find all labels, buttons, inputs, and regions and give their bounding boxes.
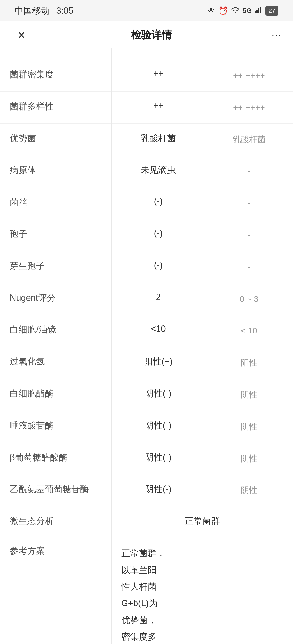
- cell-label: β葡萄糖醛酸酶: [0, 442, 111, 474]
- table-row: 菌群密集度 ++ ++-++++: [0, 60, 293, 92]
- svg-rect-2: [258, 8, 259, 14]
- table-row: 芽生孢子 (-) -: [0, 251, 293, 283]
- cell-value: 正常菌群: [111, 506, 293, 536]
- table-row-reference-scheme: 参考方案 正常菌群，以革兰阳性大杆菌G+b(L)为优势菌，密集度多为++~+++…: [0, 536, 293, 644]
- cell-label: 过氧化氢: [0, 347, 111, 379]
- svg-rect-1: [256, 10, 258, 14]
- svg-rect-3: [260, 7, 261, 14]
- cell-label: 白细胞/油镜: [0, 315, 111, 347]
- cell-label: 参考方案: [0, 536, 111, 644]
- cell-value: 乳酸杆菌: [111, 124, 205, 156]
- cell-reference: 阴性: [205, 378, 293, 410]
- cell-value: <10: [111, 315, 205, 347]
- table-row: β葡萄糖醛酸酶 阴性(-) 阴性: [0, 442, 293, 474]
- eye-icon: 👁: [207, 6, 215, 15]
- cell-reference: 阴性: [205, 442, 293, 474]
- cell-label: 优势菌: [0, 124, 111, 156]
- cell-reference: 阳性: [205, 347, 293, 379]
- page-title: 检验详情: [131, 28, 172, 42]
- table-row: 菌群多样性 ++ ++-++++: [0, 92, 293, 124]
- cell-label: Nugent评分: [0, 283, 111, 315]
- more-button[interactable]: ···: [272, 29, 281, 40]
- cell-label: 唾液酸苷酶: [0, 410, 111, 442]
- status-bar: 中国移动 3:05 👁 ⏰ 5G 27: [0, 0, 293, 22]
- wifi-icon: [231, 6, 240, 15]
- signal-icon: [255, 6, 262, 15]
- cell-reference: -: [205, 219, 293, 251]
- table-row: 病原体 未见滴虫 -: [0, 156, 293, 187]
- carrier-time: 中国移动 3:05: [15, 5, 73, 17]
- cell-value: [111, 48, 205, 60]
- cell-label: 菌群密集度: [0, 60, 111, 92]
- table-row: 微生态分析 正常菌群: [0, 506, 293, 536]
- 5g-icon: 5G: [243, 7, 252, 15]
- cell-value-multiline: 正常菌群，以革兰阳性大杆菌G+b(L)为优势菌，密集度多为++~++++，多样性…: [111, 536, 293, 644]
- results-table: 菌群密集度 ++ ++-++++ 菌群多样性 ++ ++-++++ 优势菌 乳酸…: [0, 48, 293, 644]
- cell-value: 未见滴虫: [111, 156, 205, 187]
- cell-reference: 0 ~ 3: [205, 283, 293, 315]
- cell-reference: 阴性: [205, 474, 293, 506]
- alarm-icon: ⏰: [218, 6, 228, 15]
- cell-value: 阳性(+): [111, 347, 205, 379]
- cell-label: 孢子: [0, 219, 111, 251]
- cell-value: ++: [111, 92, 205, 124]
- table-row: 菌丝 (-) -: [0, 187, 293, 219]
- cell-reference: -: [205, 187, 293, 219]
- cell-value: 阴性(-): [111, 442, 205, 474]
- cell-value: (-): [111, 187, 205, 219]
- cell-label: 乙酰氨基葡萄糖苷酶: [0, 474, 111, 506]
- cell-reference: -: [205, 156, 293, 187]
- cell-label: 白细胞酯酶: [0, 378, 111, 410]
- cell-label: 微生态分析: [0, 506, 111, 536]
- cell-label: [0, 48, 111, 60]
- status-icons: 👁 ⏰ 5G 27: [207, 6, 278, 16]
- cell-value: 阴性(-): [111, 378, 205, 410]
- table-row: 白细胞酯酶 阴性(-) 阴性: [0, 378, 293, 410]
- cell-reference: ++-++++: [205, 92, 293, 124]
- svg-rect-0: [255, 11, 256, 14]
- table-row-clipped: [0, 48, 293, 60]
- cell-value: 阴性(-): [111, 410, 205, 442]
- cell-label: 芽生孢子: [0, 251, 111, 283]
- cell-reference: < 10: [205, 315, 293, 347]
- table-row: 唾液酸苷酶 阴性(-) 阴性: [0, 410, 293, 442]
- table-row: 过氧化氢 阳性(+) 阳性: [0, 347, 293, 379]
- cell-value: 2: [111, 283, 205, 315]
- cell-value: (-): [111, 219, 205, 251]
- cell-value: 阴性(-): [111, 474, 205, 506]
- cell-reference: 阴性: [205, 410, 293, 442]
- table-row: 优势菌 乳酸杆菌 乳酸杆菌: [0, 124, 293, 156]
- battery-indicator: 27: [265, 6, 278, 16]
- carrier: 中国移动: [15, 6, 50, 16]
- table-row: Nugent评分 2 0 ~ 3: [0, 283, 293, 315]
- table-row: 乙酰氨基葡萄糖苷酶 阴性(-) 阴性: [0, 474, 293, 506]
- content-area: 菌群密集度 ++ ++-++++ 菌群多样性 ++ ++-++++ 优势菌 乳酸…: [0, 48, 293, 644]
- svg-rect-4: [261, 7, 262, 14]
- table-row: 白细胞/油镜 <10 < 10: [0, 315, 293, 347]
- cell-reference: 乳酸杆菌: [205, 124, 293, 156]
- nav-bar: × 检验详情 ···: [0, 22, 293, 48]
- time: 3:05: [56, 6, 73, 16]
- cell-reference: [205, 48, 293, 60]
- table-row: 孢子 (-) -: [0, 219, 293, 251]
- cell-label: 菌丝: [0, 187, 111, 219]
- cell-label: 病原体: [0, 156, 111, 187]
- close-button[interactable]: ×: [12, 28, 31, 42]
- cell-label: 菌群多样性: [0, 92, 111, 124]
- cell-reference: -: [205, 251, 293, 283]
- cell-value: (-): [111, 251, 205, 283]
- cell-value: ++: [111, 60, 205, 92]
- cell-reference: ++-++++: [205, 60, 293, 92]
